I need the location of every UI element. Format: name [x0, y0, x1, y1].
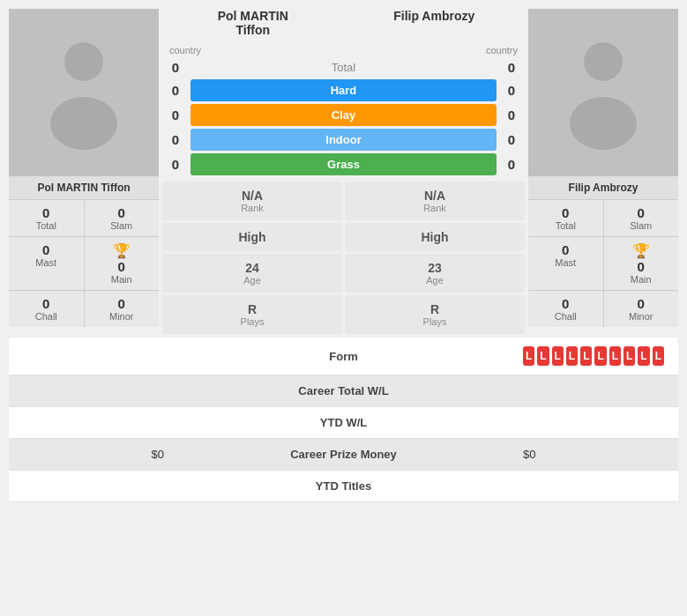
- left-player-name: Pol MARTIN Tiffon: [9, 176, 159, 199]
- form-badge-item: L: [580, 346, 592, 366]
- right-country-label: country: [486, 45, 518, 56]
- left-country-label: country: [169, 45, 201, 56]
- total-right-score: 0: [498, 60, 525, 75]
- right-total-value: 0: [532, 205, 600, 220]
- left-slam-label: Slam: [88, 220, 156, 231]
- left-slam-value: 0: [88, 205, 156, 220]
- right-mast-value: 0: [532, 242, 600, 257]
- indoor-surface-row: 0 Indoor 0: [162, 129, 525, 151]
- grass-left-score: 0: [162, 157, 189, 172]
- form-badge-item: L: [537, 346, 549, 366]
- right-mast-label: Mast: [532, 257, 600, 268]
- clay-left-score: 0: [162, 108, 189, 122]
- grass-surface-row: 0 Grass 0: [162, 153, 525, 175]
- hard-badge: Hard: [190, 79, 497, 101]
- right-age-box: 23 Age: [345, 254, 525, 293]
- left-plays-box: R Plays: [162, 295, 342, 334]
- indoor-left-score: 0: [162, 132, 189, 147]
- left-total-value: 0: [12, 205, 80, 220]
- left-age-value: 24: [168, 261, 337, 275]
- right-trophy-icon: 🏆: [632, 242, 650, 259]
- right-player-name: Filip Ambrozy: [528, 176, 678, 199]
- right-slam-value: 0: [608, 205, 676, 220]
- right-player-card: Filip Ambrozy 0 Total 0 Slam 0 Mast 🏆 0 …: [528, 9, 678, 334]
- bottom-stats-section: Form LLLLLLLLLL Career Total W/L YTD W/L…: [9, 338, 678, 502]
- ytd-wl-label: YTD W/L: [164, 416, 523, 429]
- left-chall-label: Chall: [12, 311, 80, 322]
- right-minor-cell: 0 Minor: [604, 291, 679, 327]
- indoor-right-score: 0: [498, 132, 525, 147]
- form-badges-container: LLLLLLLLLL: [523, 346, 664, 366]
- left-player-avatar: [9, 9, 159, 176]
- right-minor-value: 0: [608, 296, 676, 311]
- right-main-label: Main: [608, 274, 676, 285]
- total-left-score: 0: [162, 60, 189, 75]
- left-minor-label: Minor: [88, 311, 156, 322]
- right-plays-box: R Plays: [345, 295, 525, 334]
- left-level-box: High: [162, 223, 342, 251]
- svg-point-1: [50, 97, 117, 150]
- career-total-row: Career Total W/L: [9, 375, 678, 407]
- left-plays-value: R: [168, 302, 337, 316]
- comparison-section: Pol MARTIN Tiffon 0 Total 0 Slam 0 Mast …: [0, 0, 687, 338]
- right-player-avatar: [528, 9, 678, 176]
- form-badge-item: L: [624, 346, 635, 366]
- form-badge-item: L: [638, 346, 649, 366]
- form-badge-item: L: [594, 346, 606, 366]
- right-player-stats: 0 Total 0 Slam 0 Mast 🏆 0 Main 0 Chall: [528, 199, 678, 327]
- left-main-label: Main: [88, 274, 156, 285]
- left-info-block: N/A Rank High 24 Age R Plays: [162, 182, 342, 334]
- left-main-value: 0: [88, 259, 156, 274]
- right-rank-box: N/A Rank: [345, 182, 525, 220]
- career-prize-right: $0: [523, 448, 664, 461]
- left-slam-cell: 0 Slam: [85, 200, 160, 236]
- left-total-cell: 0 Total: [9, 200, 84, 236]
- form-badge-item: L: [653, 346, 664, 366]
- form-label: Form: [164, 350, 523, 363]
- left-minor-value: 0: [88, 296, 156, 311]
- svg-point-2: [584, 42, 623, 81]
- left-chall-cell: 0 Chall: [9, 291, 84, 327]
- right-total-label: Total: [532, 220, 600, 231]
- hard-right-score: 0: [498, 83, 525, 98]
- player-names-header: Pol MARTIN Tiffon Filip Ambrozy: [162, 9, 525, 37]
- right-total-cell: 0 Total: [528, 200, 603, 236]
- right-slam-cell: 0 Slam: [604, 200, 679, 236]
- center-info-blocks: N/A Rank High 24 Age R Plays N/A: [162, 182, 525, 334]
- clay-right-score: 0: [498, 108, 525, 122]
- career-prize-left: $0: [23, 448, 164, 461]
- left-age-label: Age: [168, 275, 337, 286]
- left-mast-label: Mast: [12, 257, 80, 268]
- form-badge-item: L: [566, 346, 578, 366]
- left-player-name-center: Pol MARTIN Tiffon: [162, 9, 344, 37]
- svg-point-0: [64, 42, 103, 81]
- right-chall-label: Chall: [532, 311, 600, 322]
- left-rank-label: Rank: [168, 203, 337, 213]
- left-chall-value: 0: [12, 296, 80, 311]
- ytd-titles-row: YTD Titles: [9, 471, 678, 502]
- grass-badge: Grass: [190, 153, 497, 175]
- clay-surface-row: 0 Clay 0: [162, 104, 525, 126]
- country-row: country country: [162, 43, 525, 57]
- left-mast-value: 0: [12, 242, 80, 257]
- right-age-label: Age: [350, 275, 519, 286]
- form-badges-list: LLLLLLLLLL: [523, 346, 664, 366]
- right-player-name-center: Filip Ambrozy: [344, 9, 526, 37]
- right-chall-value: 0: [532, 296, 600, 311]
- right-info-block: N/A Rank High 23 Age R Plays: [345, 182, 525, 334]
- right-main-value: 0: [608, 259, 676, 274]
- left-trophy-icon: 🏆: [113, 242, 131, 259]
- center-section: Pol MARTIN Tiffon Filip Ambrozy country …: [159, 9, 528, 334]
- left-age-box: 24 Age: [162, 254, 342, 293]
- ytd-titles-label: YTD Titles: [164, 479, 523, 493]
- clay-badge: Clay: [190, 104, 497, 126]
- form-badge-item: L: [609, 346, 621, 366]
- indoor-badge: Indoor: [190, 129, 497, 151]
- left-main-cell: 🏆 0 Main: [85, 237, 160, 290]
- hard-left-score: 0: [162, 83, 189, 98]
- right-rank-value: N/A: [350, 189, 519, 203]
- total-label: Total: [190, 61, 497, 74]
- form-badge-item: L: [523, 346, 534, 366]
- career-prize-row: $0 Career Prize Money $0: [9, 439, 678, 471]
- right-level-box: High: [345, 223, 525, 251]
